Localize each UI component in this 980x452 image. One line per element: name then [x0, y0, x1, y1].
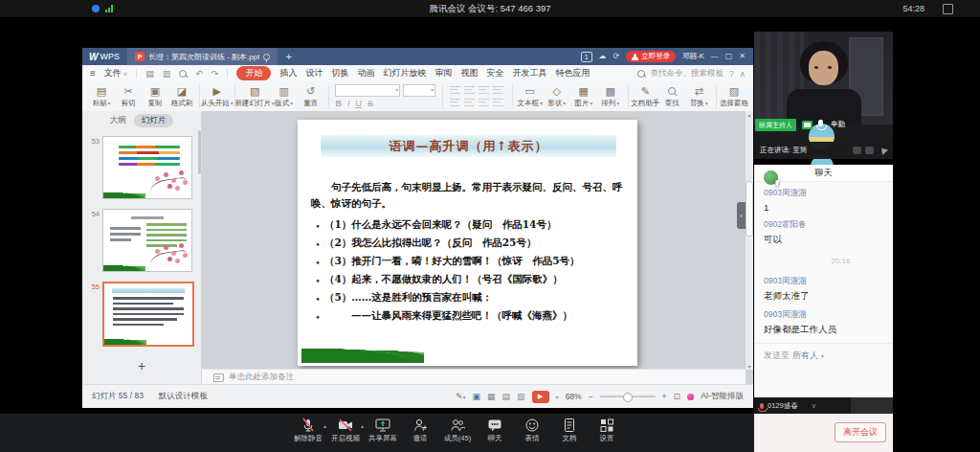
pin-icon[interactable] [263, 54, 270, 60]
bold-button[interactable]: B [335, 99, 342, 108]
chevron-up-icon[interactable]: ▲ [323, 423, 327, 429]
ink-annotation-icon[interactable]: ✎▾ [456, 392, 466, 401]
paragraph-align-group[interactable] [450, 85, 505, 108]
wps-logo[interactable]: WWPS [89, 52, 120, 62]
save-icon[interactable]: ▤ [145, 69, 154, 79]
invite-button[interactable]: 邀请 [405, 418, 435, 443]
zoom-slider[interactable] [600, 396, 656, 397]
zoom-out-button[interactable]: − [589, 392, 593, 401]
ai-label[interactable]: AI-智能排版 [701, 391, 744, 402]
normal-view-icon[interactable]: ▣ [473, 392, 481, 401]
replace-button[interactable]: ⇄替换▾ [688, 85, 709, 108]
tab-slideshow[interactable]: 幻灯片放映 [383, 67, 426, 79]
copy-button[interactable]: ▣复制 [145, 85, 166, 108]
minimize-icon[interactable]: — [711, 52, 719, 61]
window-count-badge[interactable]: 1 [581, 52, 592, 62]
undo-icon[interactable]: ↶ [195, 69, 203, 79]
font-name-select[interactable] [335, 84, 400, 97]
italic-button[interactable]: I [347, 99, 350, 108]
fit-slide-icon[interactable]: ⊡ [674, 392, 681, 401]
preview-icon[interactable] [179, 70, 187, 78]
settings-button[interactable]: 设置 [591, 418, 622, 443]
selection-pane-button[interactable]: ▨选择窗格 [724, 85, 745, 108]
member-bar-button[interactable] [851, 397, 893, 414]
font-size-select[interactable] [403, 84, 435, 97]
tab-animation[interactable]: 动画 [357, 67, 374, 79]
cut-button[interactable]: ✂剪切 [118, 85, 139, 108]
reactions-button[interactable]: 表情 [517, 418, 547, 443]
help-icon[interactable]: ? [729, 69, 734, 79]
tab-features[interactable]: 特色应用 [555, 67, 590, 79]
close-icon[interactable]: ✕ [739, 52, 746, 61]
tab-design[interactable]: 设计 [305, 67, 323, 79]
format-painter-button[interactable]: ◪格式刷 [171, 85, 192, 108]
scrollbar-thumb[interactable] [746, 181, 753, 237]
font-style-buttons[interactable]: B I U S [335, 99, 435, 108]
play-from-start-button[interactable]: ▶从头开始▾ [207, 85, 228, 108]
tab-outline[interactable]: 大纲 [110, 115, 126, 126]
collapse-pane-handle[interactable]: ‹ [737, 202, 746, 229]
refresh-icon[interactable]: ⟳ [613, 52, 620, 61]
zoom-slider-knob[interactable] [623, 393, 633, 402]
underline-button[interactable]: U [355, 99, 362, 108]
chat-button[interactable]: 聊天 [479, 418, 510, 443]
slide-thumbnail-54[interactable] [102, 209, 192, 272]
strikethrough-button[interactable]: S [368, 99, 373, 108]
picture-button[interactable]: ▦图片▾ [573, 85, 594, 108]
layout-button[interactable]: ▥版式▾ [274, 85, 295, 108]
paste-button[interactable]: ▤粘贴▾ [91, 85, 112, 108]
cloud-sync-icon[interactable]: ☁ [599, 52, 607, 61]
add-slide-button[interactable]: + [82, 358, 201, 373]
slide-thumbnail-55-selected[interactable] [102, 282, 194, 347]
shape-button[interactable]: ◇形状▾ [546, 85, 568, 108]
leave-meeting-button[interactable]: 离开会议 [835, 422, 886, 442]
share-screen-button[interactable]: 共享屏幕 [368, 418, 398, 443]
sidebar-scrollbar[interactable] [198, 130, 201, 174]
collapse-ribbon-icon[interactable]: ∧ [740, 69, 746, 79]
current-slide[interactable]: 语调—高升调（用↑表示） 句子先低后高，句末明显上扬。常用于表示疑问、反问、号召… [298, 120, 637, 366]
notes-view-icon[interactable]: ▥ [517, 392, 525, 401]
chevron-down-icon[interactable]: ∨ [812, 402, 816, 410]
slideshow-play-button[interactable]: ▶ [532, 391, 549, 403]
tab-home[interactable]: 开始 [236, 66, 271, 80]
login-badge[interactable]: 立即登录 [626, 51, 676, 62]
print-icon[interactable]: ▥ [163, 69, 171, 79]
chat-send-row[interactable]: 发送至 所有人 ▾ [754, 343, 893, 368]
docs-button[interactable]: 文档 [554, 418, 585, 443]
tab-devtools[interactable]: 开发工具 [512, 67, 546, 79]
fullscreen-icon[interactable] [943, 4, 953, 14]
zoom-in-button[interactable]: + [662, 392, 667, 401]
find-button[interactable]: 查找 [661, 85, 682, 108]
document-tab[interactable]: P 长理：第四次朗读训练 - 副本.ppt [127, 48, 278, 65]
send-target-selector[interactable]: 所有人 [792, 350, 818, 362]
chevron-up-icon[interactable]: ▲ [360, 423, 365, 429]
tab-transition[interactable]: 切换 [331, 67, 348, 79]
redo-icon[interactable]: ↷ [212, 69, 219, 79]
account-name[interactable]: 邓丽-K [682, 52, 704, 61]
canvas-scrollbar[interactable]: ▴ ▾ [746, 111, 753, 370]
tab-slides[interactable]: 幻灯片 [134, 114, 174, 127]
command-search[interactable]: 查找命令、搜索模板 [651, 68, 724, 79]
notes-bar[interactable]: 单击此处添加备注 [202, 369, 746, 385]
textbox-button[interactable]: ▭文本框▾ [520, 85, 541, 108]
reading-view-icon[interactable]: ▤ [502, 392, 511, 401]
file-menu[interactable]: 文件∨ [104, 67, 127, 79]
arrange-button[interactable]: ▩排列▾ [600, 85, 621, 108]
doc-assistant-button[interactable]: ✎文档助手 [635, 85, 656, 108]
restore-icon[interactable]: ▢ [725, 52, 733, 61]
tab-review[interactable]: 审阅 [434, 67, 452, 79]
members-button[interactable]: 成员(45) [442, 418, 473, 443]
participant-video[interactable] [754, 32, 893, 124]
slide-thumbnail-53[interactable] [102, 136, 192, 199]
hamburger-icon[interactable]: ≡ [90, 68, 96, 79]
unmute-button[interactable]: 解除静音 ▲ [293, 418, 323, 443]
tab-view[interactable]: 视图 [460, 67, 478, 79]
slide-sorter-view-icon[interactable]: ▦ [487, 392, 496, 401]
scroll-up-arrow[interactable]: ▴ [747, 111, 750, 118]
reset-button[interactable]: ↺重置 [301, 85, 322, 108]
tab-insert[interactable]: 插入 [279, 67, 297, 79]
start-video-button[interactable]: 开启视频 ▲ [330, 418, 361, 443]
new-slide-button[interactable]: ▧新建幻灯片▾ [242, 85, 268, 108]
tab-security[interactable]: 安全 [486, 67, 503, 79]
new-tab-button[interactable]: + [285, 51, 291, 62]
